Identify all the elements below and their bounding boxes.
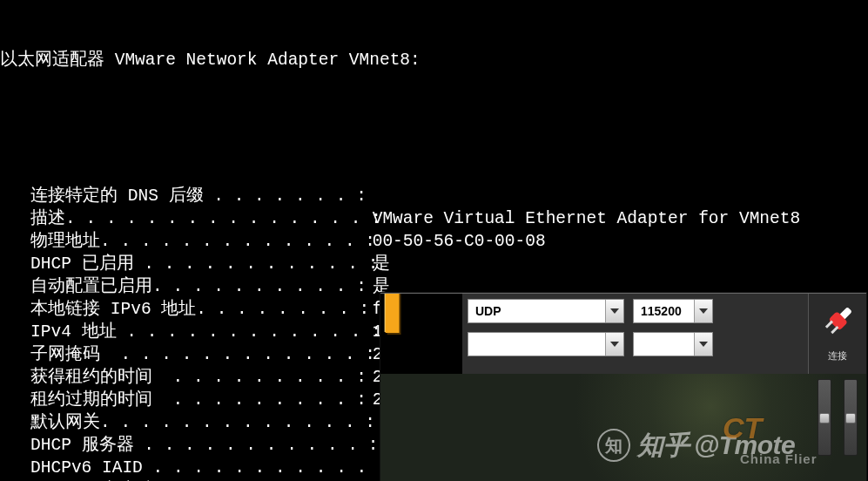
baudrate-select-value: 115200: [634, 300, 694, 322]
zhihu-logo-icon: 知: [597, 429, 630, 462]
row-label: 物理地址. . . . . . . . . . . . . :: [0, 230, 362, 253]
app-logo-letter: T: [380, 294, 416, 311]
slider-left[interactable]: [818, 379, 831, 456]
row-label: DHCPv6 IAID . . . . . . . . . . . :: [0, 457, 362, 479]
connect-button[interactable]: 连接: [808, 294, 866, 374]
row-value: 是: [362, 253, 390, 275]
svg-rect-3: [831, 326, 838, 334]
row-label: 获得租约的时间 . . . . . . . . . :: [0, 366, 362, 389]
watermark-zhihu-text: 知乎: [637, 434, 689, 457]
row-label: 默认网关. . . . . . . . . . . . . :: [0, 411, 362, 434]
ipconfig-row: 描述. . . . . . . . . . . . . . . : VMware…: [0, 207, 800, 230]
row-label: 子网掩码 . . . . . . . . . . . . :: [0, 343, 362, 366]
ipconfig-row: 物理地址. . . . . . . . . . . . . : 00-50-56…: [0, 230, 800, 253]
svg-rect-2: [825, 321, 833, 329]
chevron-down-icon: [610, 308, 619, 314]
dropdown-button[interactable]: [694, 300, 712, 322]
row-label: 描述. . . . . . . . . . . . . . . :: [0, 207, 362, 230]
host-select[interactable]: [468, 332, 624, 356]
row-value: VMware Virtual Ethernet Adapter for VMne…: [362, 207, 800, 230]
protocol-select-value: UDP: [468, 300, 605, 322]
row-label: IPv4 地址 . . . . . . . . . . . . :: [0, 321, 362, 343]
app-logo: T: [380, 294, 462, 374]
ipconfig-row: DHCP 已启用 . . . . . . . . . . . : 是: [0, 253, 800, 275]
row-label: DHCP 服务器 . . . . . . . . . . . :: [0, 434, 362, 457]
chevron-down-icon: [699, 308, 708, 314]
row-value: 00-50-56-C0-00-08: [362, 230, 546, 253]
slider-thumb[interactable]: [819, 413, 830, 423]
baudrate-select[interactable]: 115200: [633, 299, 713, 323]
row-label: 自动配置已启用. . . . . . . . . . :: [0, 275, 362, 298]
adapter-header: 以太网适配器 VMware Network Adapter VMnet8:: [0, 49, 800, 71]
watermark-logo-sub: China Flier: [740, 448, 818, 471]
slider-thumb[interactable]: [845, 413, 856, 423]
row-label: 本地链接 IPv6 地址. . . . . . . . :: [0, 298, 362, 321]
chevron-down-icon: [610, 342, 619, 347]
watermark-logo: CT: [723, 417, 762, 439]
ipconfig-row: 连接特定的 DNS 后缀 . . . . . . . :: [0, 185, 800, 207]
protocol-select[interactable]: UDP: [468, 299, 624, 323]
row-label: 租约过期的时间 . . . . . . . . . :: [0, 389, 362, 411]
row-label: DHCP 已启用 . . . . . . . . . . . :: [0, 253, 362, 275]
port-select[interactable]: [633, 332, 713, 356]
row-label: 连接特定的 DNS 后缀 . . . . . . . :: [0, 185, 362, 207]
dropdown-button[interactable]: [605, 333, 623, 356]
dropdown-button[interactable]: [694, 333, 712, 356]
chevron-down-icon: [699, 342, 708, 347]
slider-right[interactable]: [844, 379, 858, 456]
dropdown-button[interactable]: [605, 300, 623, 322]
plug-icon: [817, 301, 858, 342]
connect-label: 连接: [828, 344, 847, 367]
